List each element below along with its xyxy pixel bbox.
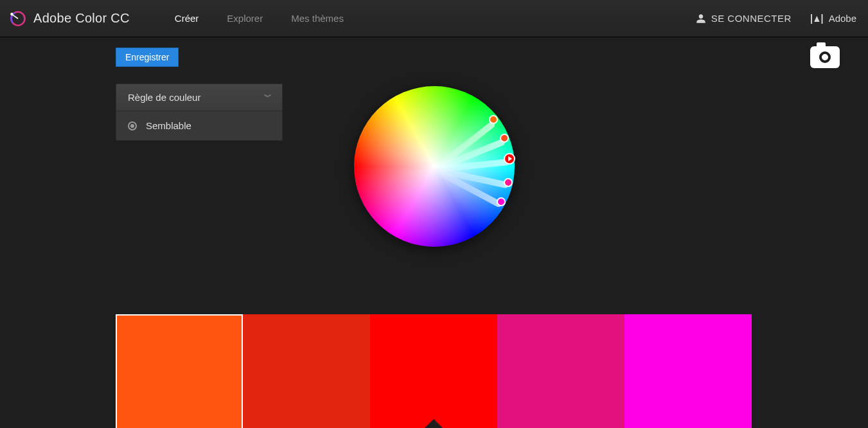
- swatch[interactable]: [370, 314, 497, 428]
- swatch[interactable]: [116, 314, 243, 428]
- color-wheel[interactable]: [354, 86, 515, 247]
- base-color-indicator-icon: [422, 419, 445, 428]
- wheel-handle[interactable]: [504, 178, 513, 187]
- extract-from-image-button[interactable]: [810, 46, 840, 68]
- radio-checked-icon: [128, 121, 137, 130]
- swatch[interactable]: [497, 314, 624, 428]
- signin-link[interactable]: SE CONNECTER: [696, 13, 792, 24]
- camera-icon: [819, 51, 831, 63]
- nav-explore[interactable]: Explorer: [227, 13, 263, 24]
- color-rule-title: Règle de couleur: [128, 92, 200, 103]
- adobe-logo-icon: |▲|: [810, 13, 823, 24]
- color-rule-panel: Règle de couleur ︾ Semblable: [116, 84, 283, 141]
- color-rule-selected-label: Semblable: [146, 120, 191, 131]
- app-title: Adobe Color CC: [33, 11, 130, 26]
- nav-mythemes[interactable]: Mes thèmes: [291, 13, 344, 24]
- swatch[interactable]: [243, 314, 370, 428]
- color-rule-header[interactable]: Règle de couleur ︾: [116, 84, 282, 111]
- adobe-color-logo-icon: [9, 10, 27, 28]
- logo-wrap: Adobe Color CC: [9, 10, 130, 28]
- color-rule-selected[interactable]: Semblable: [116, 111, 282, 140]
- swatch-row: [116, 314, 752, 428]
- wheel-handle[interactable]: [497, 197, 506, 206]
- svg-point-3: [10, 12, 13, 15]
- signin-label: SE CONNECTER: [711, 13, 792, 24]
- header-right: SE CONNECTER |▲| Adobe: [696, 13, 856, 24]
- wheel-handle[interactable]: [500, 134, 509, 143]
- save-button[interactable]: Enregistrer: [116, 48, 179, 67]
- wheel-handle[interactable]: [489, 115, 498, 124]
- content-area: Enregistrer Règle de couleur ︾ Semblable: [0, 37, 868, 428]
- adobe-link[interactable]: |▲| Adobe: [810, 13, 856, 24]
- main-nav: Créer Explorer Mes thèmes: [175, 13, 344, 24]
- swatch[interactable]: [624, 314, 752, 428]
- chevron-down-icon: ︾: [264, 92, 270, 103]
- nav-create[interactable]: Créer: [175, 13, 199, 24]
- app-header: Adobe Color CC Créer Explorer Mes thèmes…: [0, 0, 868, 37]
- wheel-base-handle[interactable]: [504, 153, 515, 165]
- user-icon: [696, 13, 706, 24]
- adobe-label: Adobe: [829, 13, 856, 24]
- svg-line-2: [12, 14, 18, 18]
